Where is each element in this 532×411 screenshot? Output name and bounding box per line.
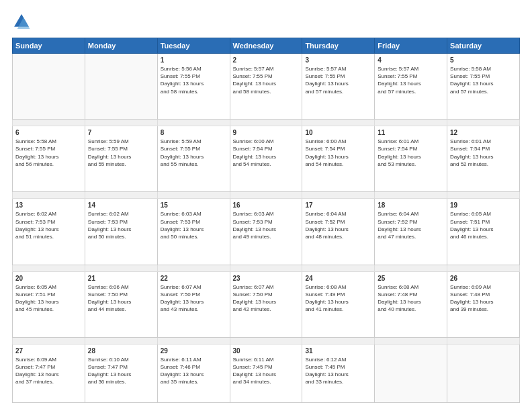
day-number: 25 [378, 275, 444, 282]
separator-cell [157, 265, 230, 271]
day-number: 20 [15, 275, 82, 282]
day-number: 1 [161, 56, 227, 64]
day-cell [85, 54, 157, 120]
row-separator [13, 265, 520, 271]
day-info: Sunrise: 6:11 AM Sunset: 7:46 PM Dayligh… [161, 356, 227, 386]
day-number: 15 [161, 201, 227, 209]
weekday-header-row: SundayMondayTuesdayWednesdayThursdayFrid… [13, 38, 520, 54]
day-cell: 23Sunrise: 6:07 AM Sunset: 7:50 PM Dayli… [230, 271, 302, 337]
day-number: 5 [450, 56, 517, 64]
separator-cell [85, 192, 157, 199]
day-number: 16 [233, 201, 300, 209]
day-info: Sunrise: 6:09 AM Sunset: 7:47 PM Dayligh… [15, 356, 82, 386]
day-info: Sunrise: 5:59 AM Sunset: 7:55 PM Dayligh… [161, 138, 227, 168]
day-number: 29 [161, 347, 227, 355]
day-cell: 26Sunrise: 6:09 AM Sunset: 7:48 PM Dayli… [447, 271, 520, 337]
day-cell: 15Sunrise: 6:03 AM Sunset: 7:53 PM Dayli… [157, 199, 230, 265]
day-cell: 9Sunrise: 6:00 AM Sunset: 7:54 PM Daylig… [230, 126, 302, 192]
day-number: 30 [233, 347, 300, 355]
day-cell: 27Sunrise: 6:09 AM Sunset: 7:47 PM Dayli… [13, 344, 85, 402]
day-number: 27 [15, 347, 82, 355]
day-cell [447, 344, 520, 402]
separator-cell [375, 337, 447, 344]
page: SundayMondayTuesdayWednesdayThursdayFrid… [0, 0, 532, 411]
separator-cell [447, 120, 520, 126]
week-row-3: 20Sunrise: 6:05 AM Sunset: 7:51 PM Dayli… [13, 271, 520, 337]
day-number: 17 [305, 201, 371, 209]
weekday-wednesday: Wednesday [230, 38, 302, 54]
separator-cell [375, 120, 447, 126]
day-info: Sunrise: 6:02 AM Sunset: 7:53 PM Dayligh… [15, 210, 82, 240]
day-info: Sunrise: 6:00 AM Sunset: 7:54 PM Dayligh… [305, 138, 371, 168]
day-number: 10 [305, 129, 371, 136]
logo-icon [12, 12, 31, 31]
separator-cell [375, 192, 447, 199]
day-cell: 6Sunrise: 5:58 AM Sunset: 7:55 PM Daylig… [13, 126, 85, 192]
day-info: Sunrise: 6:08 AM Sunset: 7:49 PM Dayligh… [305, 283, 371, 314]
day-cell: 7Sunrise: 5:59 AM Sunset: 7:55 PM Daylig… [85, 126, 157, 192]
separator-cell [157, 120, 230, 126]
weekday-tuesday: Tuesday [157, 38, 230, 54]
week-row-1: 6Sunrise: 5:58 AM Sunset: 7:55 PM Daylig… [13, 126, 520, 192]
day-number: 12 [450, 129, 517, 136]
day-info: Sunrise: 6:08 AM Sunset: 7:48 PM Dayligh… [378, 283, 444, 314]
separator-cell [13, 120, 85, 126]
day-cell: 21Sunrise: 6:06 AM Sunset: 7:50 PM Dayli… [85, 271, 157, 337]
row-separator [13, 337, 520, 344]
day-number: 6 [15, 129, 82, 136]
day-info: Sunrise: 6:11 AM Sunset: 7:45 PM Dayligh… [233, 356, 300, 386]
day-number: 14 [88, 201, 154, 209]
weekday-monday: Monday [85, 38, 157, 54]
separator-cell [13, 265, 85, 271]
week-row-0: 1Sunrise: 5:56 AM Sunset: 7:55 PM Daylig… [13, 54, 520, 120]
day-info: Sunrise: 5:57 AM Sunset: 7:55 PM Dayligh… [305, 65, 371, 95]
day-cell: 30Sunrise: 6:11 AM Sunset: 7:45 PM Dayli… [230, 344, 302, 402]
day-cell: 28Sunrise: 6:10 AM Sunset: 7:47 PM Dayli… [85, 344, 157, 402]
day-number: 18 [378, 201, 444, 209]
day-info: Sunrise: 6:06 AM Sunset: 7:50 PM Dayligh… [88, 283, 154, 314]
day-info: Sunrise: 5:58 AM Sunset: 7:55 PM Dayligh… [450, 65, 517, 95]
day-info: Sunrise: 6:12 AM Sunset: 7:45 PM Dayligh… [305, 356, 371, 386]
separator-cell [302, 265, 375, 271]
day-info: Sunrise: 6:02 AM Sunset: 7:53 PM Dayligh… [88, 210, 154, 240]
day-cell: 10Sunrise: 6:00 AM Sunset: 7:54 PM Dayli… [302, 126, 375, 192]
day-cell: 25Sunrise: 6:08 AM Sunset: 7:48 PM Dayli… [375, 271, 447, 337]
day-cell: 3Sunrise: 5:57 AM Sunset: 7:55 PM Daylig… [302, 54, 375, 120]
week-row-4: 27Sunrise: 6:09 AM Sunset: 7:47 PM Dayli… [13, 344, 520, 402]
day-number: 8 [161, 129, 227, 136]
day-number: 31 [305, 347, 371, 355]
weekday-saturday: Saturday [447, 38, 520, 54]
separator-cell [230, 120, 302, 126]
separator-cell [157, 192, 230, 199]
day-info: Sunrise: 6:05 AM Sunset: 7:51 PM Dayligh… [450, 210, 517, 240]
separator-cell [302, 192, 375, 199]
day-number: 4 [378, 56, 444, 64]
day-cell: 16Sunrise: 6:03 AM Sunset: 7:53 PM Dayli… [230, 199, 302, 265]
day-info: Sunrise: 6:00 AM Sunset: 7:54 PM Dayligh… [233, 138, 300, 168]
day-info: Sunrise: 6:03 AM Sunset: 7:53 PM Dayligh… [233, 210, 300, 240]
header [12, 12, 520, 31]
day-cell: 1Sunrise: 5:56 AM Sunset: 7:55 PM Daylig… [157, 54, 230, 120]
day-info: Sunrise: 6:10 AM Sunset: 7:47 PM Dayligh… [88, 356, 154, 386]
day-number: 9 [233, 129, 300, 136]
day-info: Sunrise: 6:04 AM Sunset: 7:52 PM Dayligh… [378, 210, 444, 240]
day-number: 21 [88, 275, 154, 282]
day-info: Sunrise: 5:56 AM Sunset: 7:55 PM Dayligh… [161, 65, 227, 95]
day-cell: 5Sunrise: 5:58 AM Sunset: 7:55 PM Daylig… [447, 54, 520, 120]
day-cell: 20Sunrise: 6:05 AM Sunset: 7:51 PM Dayli… [13, 271, 85, 337]
day-number: 7 [88, 129, 154, 136]
day-number: 22 [161, 275, 227, 282]
separator-cell [230, 337, 302, 344]
row-separator [13, 120, 520, 126]
weekday-sunday: Sunday [13, 38, 85, 54]
day-cell: 19Sunrise: 6:05 AM Sunset: 7:51 PM Dayli… [447, 199, 520, 265]
day-info: Sunrise: 6:07 AM Sunset: 7:50 PM Dayligh… [161, 283, 227, 314]
day-cell: 2Sunrise: 5:57 AM Sunset: 7:55 PM Daylig… [230, 54, 302, 120]
day-number: 19 [450, 201, 517, 209]
week-row-2: 13Sunrise: 6:02 AM Sunset: 7:53 PM Dayli… [13, 199, 520, 265]
separator-cell [447, 192, 520, 199]
day-number: 24 [305, 275, 371, 282]
separator-cell [375, 265, 447, 271]
day-cell: 12Sunrise: 6:01 AM Sunset: 7:54 PM Dayli… [447, 126, 520, 192]
day-number: 3 [305, 56, 371, 64]
